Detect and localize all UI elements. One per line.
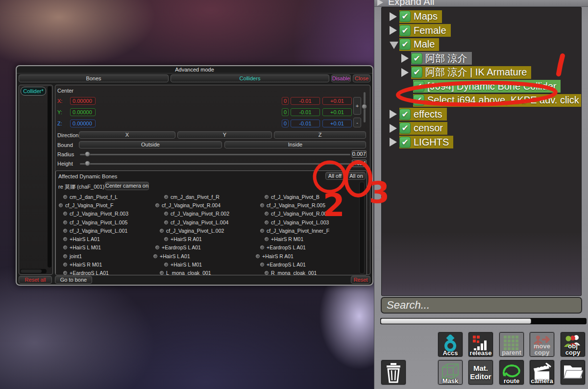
bone-toggle-item[interactable]: cf_J_Vagina_Pivot_R.002 <box>153 210 254 218</box>
bone-toggle-dot[interactable] <box>63 254 67 258</box>
radius-value[interactable]: 0.007 <box>352 150 367 158</box>
checkbox-checked-icon[interactable]: ✔ <box>399 39 411 50</box>
bone-toggle-item[interactable]: +HairS L A01 <box>153 252 254 260</box>
axis-y-minus-button[interactable]: -0.01 <box>291 108 320 116</box>
bone-toggle-item[interactable]: cf_J_Vagina_Pivot_L.001 <box>57 226 153 235</box>
collider-list-item[interactable]: Collider* <box>21 87 46 96</box>
bone-toggle-item[interactable]: cf_J_Vagina_Pivot_Inner_F <box>254 226 358 235</box>
chevron-right-icon[interactable] <box>390 12 399 21</box>
chevron-right-icon[interactable] <box>390 110 399 119</box>
axis-x-value[interactable]: 0.00000 <box>70 97 96 105</box>
bone-toggle-dot[interactable] <box>153 254 157 258</box>
parent-button[interactable]: parent <box>499 332 524 357</box>
axis-y-value[interactable]: 0.00000 <box>70 108 96 116</box>
bone-toggle-item[interactable]: +EardropS L A01 <box>254 260 358 268</box>
increment-plus-button[interactable]: + <box>353 97 361 115</box>
bone-toggle-item[interactable]: R_mona_cloak_001 <box>254 269 358 275</box>
axis-y-plus-button[interactable]: +0.01 <box>322 108 352 116</box>
checkbox-checked-icon[interactable]: ✔ <box>399 11 411 22</box>
bone-toggle-item[interactable]: +HairS L M01 <box>57 243 153 252</box>
height-slider[interactable] <box>80 160 350 168</box>
tree-item[interactable]: ✔Male <box>382 38 581 51</box>
release-button[interactable]: release <box>468 332 493 357</box>
bone-toggle-dot[interactable] <box>63 220 67 224</box>
bone-list-scrollbar[interactable] <box>359 182 365 274</box>
bone-toggle-item[interactable]: cf_J_Vagina_Pivot_R.001 <box>254 210 358 218</box>
expand-all-button[interactable]: Expand All <box>374 0 588 7</box>
axis-x-plus-button[interactable]: +0.01 <box>322 97 352 105</box>
bone-toggle-item[interactable]: cf_J_Vagina_Pivot_L.004 <box>153 218 254 226</box>
bone-toggle-dot[interactable] <box>160 229 164 233</box>
bone-toggle-dot[interactable] <box>256 254 260 258</box>
axis-x-zero-button[interactable]: 0 <box>282 97 289 105</box>
bone-toggle-item[interactable]: cf_J_Vagina_Pivot_B <box>254 193 358 201</box>
bound-inside-button[interactable]: Inside <box>224 141 366 148</box>
bone-toggle-item[interactable]: cf_J_Vagina_Pivot_L.005 <box>57 218 153 226</box>
bone-toggle-item[interactable]: +HairS L M01 <box>153 260 254 268</box>
tree-item[interactable]: ✔LIGHTS <box>382 136 581 148</box>
checkbox-checked-icon[interactable]: ✔ <box>411 67 422 78</box>
tree-item[interactable]: ✔[J694] Dynamic Bone Collider <box>382 80 581 93</box>
axis-z-value[interactable]: 0.00000 <box>70 120 96 127</box>
reset-all-button[interactable]: Reset all <box>19 276 52 284</box>
bone-toggle-dot[interactable] <box>63 271 67 275</box>
direction-z-button[interactable]: Z <box>274 131 366 139</box>
bone-toggle-item[interactable]: cf_J_Vagina_Pivot_F <box>57 201 153 209</box>
bone-toggle-dot[interactable] <box>164 263 168 267</box>
search-input[interactable] <box>382 298 581 313</box>
obj-copy-button[interactable]: obj copy <box>561 332 585 357</box>
chevron-right-icon[interactable] <box>390 124 399 133</box>
bone-toggle-item[interactable]: cf_J_Vagina_Pivot_R.004 <box>153 201 254 209</box>
tree-item[interactable]: ✔Maps <box>382 10 581 23</box>
radius-slider[interactable] <box>80 150 350 158</box>
center-camera-button[interactable]: Center camera on <box>105 182 149 190</box>
height-value[interactable]: 0.024 <box>352 160 367 167</box>
bone-toggle-item[interactable]: cf_J_Vagina_Pivot_L.002 <box>153 226 254 235</box>
bone-toggle-dot[interactable] <box>63 263 67 267</box>
checkbox-checked-icon[interactable]: ✔ <box>399 25 411 36</box>
bone-toggle-dot[interactable] <box>63 195 67 199</box>
checkbox-checked-icon[interactable]: ✔ <box>399 122 411 134</box>
checkbox-checked-icon[interactable]: ✔ <box>411 53 422 64</box>
bone-toggle-dot[interactable] <box>265 271 269 275</box>
bone-toggle-dot[interactable] <box>164 195 168 199</box>
bone-toggle-dot[interactable] <box>260 203 264 207</box>
bone-toggle-item[interactable]: cf_J_Vagina_Pivot_R.005 <box>254 201 358 209</box>
bone-toggle-item[interactable]: +HairS R A01 <box>254 252 358 260</box>
folder-button[interactable] <box>561 360 585 385</box>
bone-toggle-item[interactable]: +HairS R A01 <box>153 235 254 243</box>
tree-item[interactable]: ✔Select j694 above, KKPE adv. click Allo <box>382 94 581 107</box>
checkbox-checked-icon[interactable]: ✔ <box>413 81 424 92</box>
axis-y-zero-button[interactable]: 0 <box>282 108 289 116</box>
tree-item[interactable]: ✔阿部 涼介 <box>382 52 581 65</box>
bone-toggle-dot[interactable] <box>260 229 264 233</box>
tree-item[interactable]: ✔effects <box>382 108 581 121</box>
camera-button[interactable]: camera <box>530 360 554 385</box>
bone-toggle-dot[interactable] <box>265 212 269 216</box>
increment-slider[interactable] <box>364 92 366 122</box>
bone-toggle-dot[interactable] <box>59 203 63 207</box>
disable-button[interactable]: Disable <box>331 74 351 82</box>
bone-toggle-dot[interactable] <box>164 212 168 216</box>
bone-toggle-dot[interactable] <box>63 237 67 241</box>
direction-x-button[interactable]: X <box>79 131 175 139</box>
bone-toggle-dot[interactable] <box>265 220 269 224</box>
chevron-right-icon[interactable] <box>401 68 411 77</box>
panel-horizontal-scrollbar[interactable] <box>380 318 587 324</box>
bone-toggle-item[interactable]: +HairS R M01 <box>57 260 153 268</box>
bone-toggle-item[interactable]: cf_J_Vagina_Pivot_L.003 <box>254 218 358 226</box>
tree-item[interactable]: ✔Female <box>382 24 581 37</box>
route-button[interactable]: route <box>499 360 524 385</box>
chevron-right-icon[interactable] <box>401 54 411 63</box>
height-slider-knob[interactable] <box>85 161 90 166</box>
mask-button[interactable]: Mask <box>438 360 463 385</box>
accs-button[interactable]: Accs <box>438 332 463 357</box>
mat-editor-button[interactable]: Mat. Editor <box>468 360 493 385</box>
checkbox-checked-icon[interactable]: ✔ <box>413 95 424 106</box>
chevron-down-icon[interactable] <box>390 40 399 49</box>
bone-toggle-item[interactable]: L_mona_cloak_001 <box>153 269 254 275</box>
close-button[interactable]: Close <box>353 74 370 82</box>
bone-toggle-dot[interactable] <box>160 271 164 275</box>
axis-z-plus-button[interactable]: +0.01 <box>322 120 352 127</box>
tab-colliders[interactable]: Colliders <box>171 74 329 82</box>
